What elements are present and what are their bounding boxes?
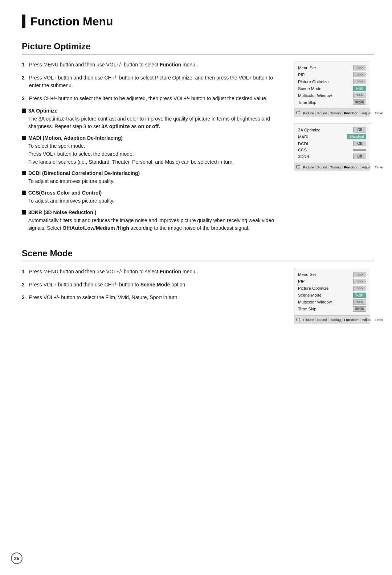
step-num-1: 1 (22, 61, 27, 69)
nav-label-timer-2: Timer (373, 165, 385, 169)
nav-label-tuning-2: Tuning (329, 165, 343, 169)
menu-value-pip: >>> (353, 72, 366, 77)
tv-nav-icon-3: 🖵 (296, 317, 300, 323)
scene-mode-text: 1 Press MENU button and then use VOL+/- … (22, 268, 285, 324)
menu-row-picture-optimize: Picture Optimize >>> (298, 78, 366, 85)
scene-menu-label-menu-set: Menu Set (298, 272, 353, 277)
scene-menu-value-picture-optimize: >>> (353, 286, 366, 291)
picture-optimize-text: 1 Press MENU button and then use VOL+/- … (22, 61, 285, 237)
nav-label-function-1: Function (343, 111, 360, 115)
subsection-3a-body: The 3A optimize tracks picture contrast … (28, 115, 285, 131)
scene-menu-row-pip: PIP >>> (298, 278, 366, 285)
scene-menu-row-menu-set: Menu Set >>> (298, 271, 366, 278)
subsection-3a: 3A Optimize The 3A optimize tracks pictu… (22, 108, 285, 131)
subsection-3dnr: 3DNR (3D Noise Reduction ) Automatically… (22, 209, 285, 232)
menu-value-3a-optimize: Off (353, 127, 366, 132)
menu-row-scene-mode: Scene Mode Film (298, 85, 366, 92)
bullet-3a (22, 109, 26, 113)
tv-nav-icon-picture: 🖵 (296, 110, 300, 116)
scene-menu-row-time-skip: Time Skip 00:00 (298, 306, 366, 313)
subsection-3dnr-title: 3DNR (3D Noise Reduction ) (22, 209, 285, 215)
tv-nav-bar-1: 🖵 Picture Sound Tuning Function Adjust T… (294, 109, 370, 117)
subsection-dcdi-body: To adjust and improves picture quality. (28, 178, 285, 185)
bullet-ccs (22, 191, 26, 195)
step-num-2: 2 (22, 74, 27, 90)
menu-label-multicolor: Multicolor Window (298, 93, 353, 98)
menu-row-pip: PIP >>> (298, 71, 366, 78)
scene-mode-title: Scene Mode (22, 248, 374, 258)
nav-label-sound-3: Sound (316, 318, 329, 322)
scene-menu-value-menu-set: >>> (353, 272, 366, 277)
main-title-text: Function Menu (30, 15, 113, 28)
menu-row-dcdi: DCDI Off (298, 140, 366, 147)
nav-label-timer-3: Timer (373, 318, 385, 322)
menu-value-madi: Standard (347, 134, 366, 139)
step-2: 2 Press VOL+ button and then use CH+/- b… (22, 74, 285, 90)
scene-menu-label-scene-mode: Scene Mode (298, 293, 353, 297)
scene-step-num-3: 3 (22, 294, 27, 302)
nav-label-tuning-3: Tuning (329, 318, 343, 322)
step-text-3: Press CH+/- button to select the item to… (29, 95, 268, 103)
tv-menu-body-2: 3A Optimize Off MADI Standard DCDI Off C… (294, 123, 370, 163)
menu-row-multicolor: Multicolor Window >>> (298, 92, 366, 99)
nav-label-adjust-1: Adjust (360, 111, 373, 115)
subsection-madi: MADI (Motion, Adaption De-Interlacing) T… (22, 135, 285, 166)
subsection-madi-title-text: MADI (Motion, Adaption De-Interlacing) (28, 135, 123, 141)
bullet-madi (22, 136, 26, 140)
menu-label-3dnr: 3DNR (298, 154, 353, 159)
menu-label-ccs: CCS (298, 148, 353, 152)
nav-label-adjust-2: Adjust (360, 165, 373, 169)
nav-label-picture-3: Picture (302, 318, 316, 322)
scene-step-num-1: 1 (22, 268, 27, 276)
step-3: 3 Press CH+/- button to select the item … (22, 95, 285, 103)
menu-value-multicolor: >>> (353, 93, 366, 98)
menu-row-madi: MADI Standard (298, 133, 366, 140)
menu-value-ccs (353, 149, 366, 151)
menu-label-3a-optimize: 3A Optimize (298, 128, 353, 132)
tv-nav-icon-2: 🖵 (296, 164, 300, 170)
tv-nav-bar-3: 🖵 Picture Sound Tuning Function Adjust T… (294, 315, 370, 324)
scene-step-text-3: Press VOL+/- button to select the Film, … (29, 294, 179, 302)
menu-row-3dnr: 3DNR Off (298, 153, 366, 160)
subsection-3dnr-title-text: 3DNR (3D Noise Reduction ) (28, 209, 96, 215)
menu-row-3a-optimize: 3A Optimize Off (298, 126, 366, 133)
scene-step-3: 3 Press VOL+/- button to select the Film… (22, 294, 285, 302)
menu-label-dcdi: DCDI (298, 142, 353, 146)
page-number: 25 (11, 552, 23, 564)
step-text-2: Press VOL+ button and then use CH+/- but… (29, 74, 285, 90)
tv-panel-picture-optimize-submenu: 3A Optimize Off MADI Standard DCDI Off C… (294, 123, 370, 171)
menu-label-pip: PIP (298, 73, 353, 77)
menu-label-time-skip: Time Skip (298, 100, 353, 105)
tv-nav-bar-2: 🖵 Picture Sound Tuning Function Adjust T… (294, 163, 370, 171)
page-main-title: Function Menu (22, 15, 374, 28)
scene-step-text-1: Press MENU button and then use VOL+/- bu… (29, 268, 198, 276)
menu-label-menu-set: Menu Set (298, 66, 353, 70)
scene-menu-row-multicolor: Multicolor Window >>> (298, 299, 366, 306)
menu-label-picture-optimize: Picture Optimize (298, 79, 353, 84)
scene-menu-label-multicolor: Multicolor Window (298, 300, 353, 304)
scene-menu-row-picture-optimize: Picture Optimize >>> (298, 285, 366, 292)
menu-label-scene-mode: Scene Mode (298, 86, 353, 91)
tv-menu-body-3: Menu Set >>> PIP >>> Picture Optimize >>… (294, 268, 370, 315)
menu-value-3dnr: Off (353, 154, 366, 159)
step-text-1: Press MENU button and then use VOL+/- bu… (29, 61, 198, 69)
menu-label-madi: MADI (298, 135, 347, 139)
scene-step-2: 2 Press VOL+ button and then use CH+/- b… (22, 281, 285, 289)
page-number-text: 25 (14, 556, 19, 561)
subsection-3a-title-text: 3A Optimize (28, 108, 57, 114)
picture-optimize-panels: Menu Set >>> PIP >>> Picture Optimize >>… (294, 61, 374, 237)
menu-row-time-skip: Time Skip 00:00 (298, 99, 366, 106)
nav-label-adjust-3: Adjust (360, 318, 373, 322)
menu-value-picture-optimize: >>> (353, 79, 366, 84)
picture-optimize-layout: 1 Press MENU button and then use VOL+/- … (22, 61, 374, 237)
scene-menu-label-picture-optimize: Picture Optimize (298, 286, 353, 290)
subsection-dcdi-title-text: DCDI (Directional Correlational De-Inter… (28, 170, 140, 176)
nav-label-function-2: Function (343, 165, 360, 169)
nav-label-picture-1: Picture (302, 111, 316, 115)
scene-menu-value-multicolor: >>> (353, 299, 366, 305)
bullet-dcdi (22, 171, 26, 175)
subsection-dcdi: DCDI (Directional Correlational De-Inter… (22, 170, 285, 185)
scene-mode-panels: Menu Set >>> PIP >>> Picture Optimize >>… (294, 268, 374, 324)
step-1: 1 Press MENU button and then use VOL+/- … (22, 61, 285, 69)
subsection-madi-body: To select the sport mode. Press VOL+ but… (28, 142, 285, 166)
